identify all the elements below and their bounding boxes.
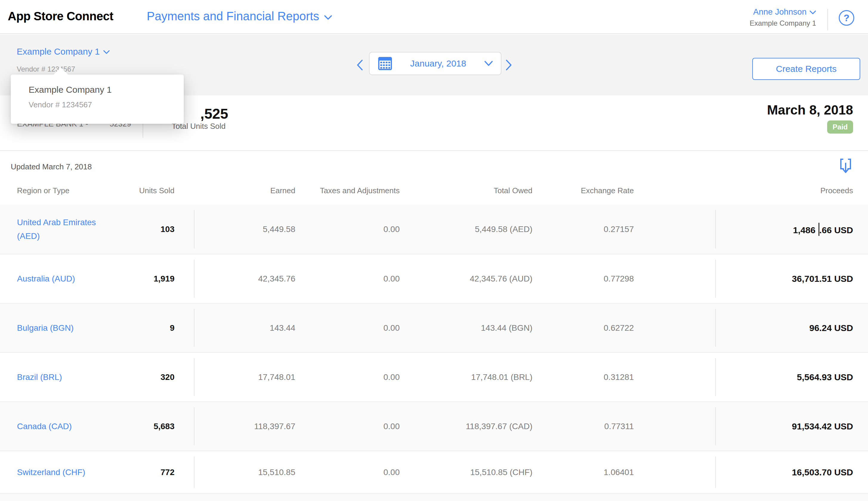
company-dropdown-item[interactable]: Example Company 1 Vendor # 1234567 (11, 75, 184, 109)
payment-date: March 8, 2018 (767, 103, 853, 117)
exchange-rate-value: 0.62722 (532, 323, 634, 333)
region-link[interactable]: Switzerland (CHF) (17, 466, 85, 479)
region-cell: Canada (CAD) (17, 419, 106, 433)
column-divider (194, 210, 194, 248)
company-selector[interactable]: Example Company 1 (17, 46, 110, 57)
user-menu[interactable]: Anne Johnson (750, 7, 816, 17)
exchange-rate-value: 0.77298 (532, 274, 634, 284)
proceeds-value: 96.24 USD (634, 323, 853, 333)
download-report-button[interactable] (839, 158, 853, 176)
column-divider (194, 358, 194, 396)
section-title-label: Payments and Financial Reports (147, 10, 319, 23)
table-row: Brazil (BRL)32017,748.010.0017,748.01 (B… (0, 352, 868, 402)
chevron-down-icon (809, 10, 816, 14)
total-owed-value: 118,397.67 (CAD) (400, 422, 532, 431)
taxes-value: 0.00 (295, 323, 400, 333)
updated-date-label: Updated March 7, 2018 (11, 162, 92, 171)
help-button[interactable]: ? (839, 10, 854, 26)
earned-value: 42,345.76 (174, 274, 295, 284)
app-title: App Store Connect (8, 10, 113, 23)
popup-caret (53, 67, 68, 75)
region-link[interactable]: Brazil (BRL) (17, 370, 62, 384)
user-company-label: Example Company 1 (750, 19, 816, 28)
earned-value: 5,449.58 (174, 225, 295, 234)
create-reports-label: Create Reports (776, 64, 836, 74)
table-body: United Arab Emirates (AED)1035,449.580.0… (0, 205, 868, 493)
earned-value: 118,397.67 (174, 422, 295, 431)
region-link[interactable]: Australia (AUD) (17, 272, 75, 286)
column-header-units-sold: Units Sold (106, 186, 174, 195)
period-selector[interactable]: January, 2018 (369, 52, 501, 75)
units-sold-value: 103 (106, 225, 174, 234)
units-sold-value: 772 (106, 468, 174, 477)
table-header: Region or Type Units Sold Earned Taxes a… (0, 183, 868, 198)
user-name-label: Anne Johnson (753, 7, 806, 17)
taxes-value: 0.00 (295, 225, 400, 234)
previous-period-button[interactable] (354, 57, 366, 73)
status-badge: Paid (827, 120, 853, 134)
column-header-proceeds: Proceeds (634, 186, 853, 195)
section-title-dropdown[interactable]: Payments and Financial Reports (147, 10, 332, 23)
table-row: Switzerland (CHF)77215,510.850.0015,510.… (0, 451, 868, 493)
next-row-partial (0, 493, 868, 501)
column-divider (715, 210, 716, 248)
region-link[interactable]: Canada (CAD) (17, 419, 72, 433)
total-owed-value: 15,510.85 (CHF) (400, 468, 532, 477)
region-link[interactable]: United Arab Emirates (AED) (17, 216, 106, 243)
earned-value: 15,510.85 (174, 468, 295, 477)
units-sold-value: 1,919 (106, 274, 174, 284)
total-owed-value: 143.44 (BGN) (400, 323, 532, 333)
proceeds-value: 91,534.42 USD (634, 422, 853, 431)
units-sold-value: 9 (106, 323, 174, 333)
units-sold-value: 5,683 (106, 422, 174, 431)
taxes-value: 0.00 (295, 468, 400, 477)
create-reports-button[interactable]: Create Reports (752, 58, 860, 80)
exchange-rate-value: 0.27157 (532, 225, 634, 234)
total-owed-value: 5,449.58 (AED) (400, 225, 532, 234)
exchange-rate-value: 1.06401 (532, 468, 634, 477)
column-header-taxes: Taxes and Adjustments (295, 186, 400, 195)
earned-value: 17,748.01 (174, 372, 295, 382)
topbar-divider (827, 9, 828, 30)
user-block: Anne Johnson Example Company 1 (750, 7, 816, 28)
chevron-down-icon (103, 50, 110, 54)
top-bar: App Store Connect Payments and Financial… (0, 0, 868, 34)
region-cell: Australia (AUD) (17, 272, 106, 286)
question-mark-icon: ? (844, 12, 849, 23)
column-divider (715, 309, 716, 347)
column-divider (194, 407, 194, 445)
proceeds-value: 1,486.66 USD (634, 223, 853, 236)
chevron-right-icon (506, 59, 512, 71)
total-owed-value: 42,345.76 (AUD) (400, 274, 532, 284)
table-row: Bulgaria (BGN)9143.440.00143.44 (BGN)0.6… (0, 303, 868, 352)
taxes-value: 0.00 (295, 422, 400, 431)
region-cell: Switzerland (CHF) (17, 466, 106, 479)
proceeds-value: 5,564.93 USD (634, 372, 853, 382)
column-header-total-owed: Total Owed (400, 186, 532, 195)
next-period-button[interactable] (503, 57, 515, 73)
proceeds-value: 36,701.51 USD (634, 274, 853, 284)
column-divider (715, 358, 716, 396)
chevron-down-icon (324, 15, 332, 20)
total-owed-value: 17,748.01 (BRL) (400, 372, 532, 382)
column-divider (194, 309, 194, 347)
column-divider (194, 260, 194, 298)
units-sold-value: 320 (106, 372, 174, 382)
region-link[interactable]: Bulgaria (BGN) (17, 321, 74, 335)
column-divider (194, 457, 194, 488)
company-selector-label: Example Company 1 (17, 46, 99, 57)
earned-value: 143.44 (174, 323, 295, 333)
taxes-value: 0.00 (295, 372, 400, 382)
region-cell: Brazil (BRL) (17, 370, 106, 384)
company-dropdown-title: Example Company 1 (29, 85, 184, 95)
region-cell: United Arab Emirates (AED) (17, 216, 106, 243)
column-header-region: Region or Type (17, 186, 106, 195)
region-cell: Bulgaria (BGN) (17, 321, 106, 335)
calendar-icon (378, 57, 392, 71)
column-divider (715, 260, 716, 298)
table-row: Australia (AUD)1,91942,345.760.0042,345.… (0, 254, 868, 303)
download-icon (839, 158, 853, 175)
exchange-rate-value: 0.31281 (532, 372, 634, 382)
column-divider (715, 457, 716, 488)
company-dropdown-vendor: Vendor # 1234567 (29, 100, 184, 109)
